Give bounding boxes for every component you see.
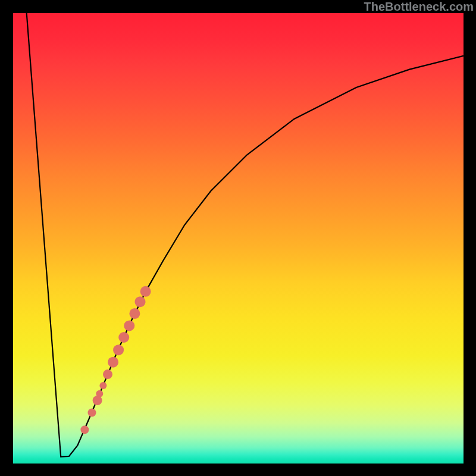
data-marker: [108, 357, 118, 368]
data-marker: [80, 425, 89, 434]
data-marker: [140, 286, 151, 297]
data-marker: [88, 409, 96, 417]
data-marker: [129, 308, 140, 319]
data-marker: [118, 332, 129, 343]
data-marker: [99, 382, 107, 389]
data-marker: [124, 320, 134, 331]
plot-area: [13, 13, 464, 464]
bottleneck-curve: [27, 13, 464, 457]
data-marker: [93, 396, 102, 405]
marker-group: [80, 286, 151, 434]
data-marker: [113, 345, 124, 355]
data-marker: [96, 390, 103, 397]
curve-layer: [13, 13, 464, 464]
data-marker: [103, 369, 112, 379]
data-marker: [135, 296, 146, 307]
watermark: TheBottleneck.com: [364, 0, 474, 14]
